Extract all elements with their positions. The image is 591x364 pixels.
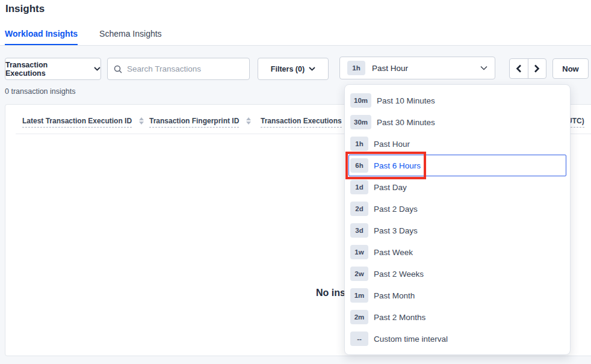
time-option[interactable]: 1w Past Week (348, 241, 566, 263)
column-header-label: Transaction Fingerprint ID (149, 117, 239, 128)
insights-count: 0 transaction insights (5, 87, 75, 96)
time-option-label: Past 2 Days (374, 205, 418, 214)
transaction-type-select-label: Transaction Executions (5, 61, 90, 78)
time-option[interactable]: 1h Past Hour (348, 133, 566, 155)
now-button-label: Now (562, 64, 578, 73)
tab-workload-insights[interactable]: Workload Insights (5, 29, 78, 45)
chevron-left-icon (516, 64, 522, 73)
time-option-badge: 2m (350, 310, 368, 324)
time-option[interactable]: 1d Past Day (348, 176, 566, 198)
filters-button[interactable]: Filters (0) (258, 58, 329, 80)
time-option-label: Past Month (374, 291, 415, 300)
time-option-badge: 2w (350, 267, 368, 281)
sort-icon[interactable] (139, 117, 144, 125)
time-option-badge: 1d (350, 180, 368, 194)
tab-bar: Workload Insights Schema Insights (5, 29, 162, 45)
time-option-label: Past Hour (374, 140, 410, 149)
time-option-badge: 10m (350, 93, 371, 108)
time-option-label: Past 30 Minutes (377, 118, 435, 127)
page-header: Insights Workload Insights Schema Insigh… (0, 0, 591, 46)
time-option-label: Past Week (374, 248, 413, 257)
time-option[interactable]: 3d Past 3 Days (348, 220, 566, 241)
search-icon (114, 65, 122, 73)
time-range-select[interactable]: 1h Past Hour (339, 57, 495, 79)
transaction-type-select[interactable]: Transaction Executions (5, 58, 101, 80)
page-title: Insights (5, 3, 45, 15)
column-header-label: Transaction Executions (261, 117, 342, 128)
time-option-badge: 2d (350, 202, 368, 216)
time-option-label: Past 2 Months (374, 313, 425, 322)
time-option-badge: 30m (350, 115, 371, 129)
column-header-latest-transaction-execution-id[interactable]: Latest Transaction Execution ID (22, 117, 144, 128)
time-option[interactable]: 2w Past 2 Weeks (348, 263, 566, 285)
time-range-label: Past Hour (372, 64, 408, 73)
column-header-label: Latest Transaction Execution ID (22, 117, 132, 128)
column-header-transaction-fingerprint-id[interactable]: Transaction Fingerprint ID (149, 117, 251, 128)
time-option[interactable]: 1m Past Month (348, 285, 566, 306)
time-range-badge: 1h (347, 61, 365, 75)
time-option-label: Past Day (374, 183, 407, 192)
chevron-down-icon (480, 66, 487, 70)
time-option[interactable]: 30m Past 30 Minutes (348, 111, 566, 133)
time-option[interactable]: 10m Past 10 Minutes (348, 90, 566, 111)
time-option-badge: 3d (350, 223, 368, 238)
time-option-badge: 1w (350, 245, 368, 259)
time-option-badge: 1h (350, 137, 368, 151)
time-option-badge: 1m (350, 288, 368, 303)
time-option[interactable]: -- Custom time interval (348, 328, 566, 350)
time-option-badge: -- (350, 332, 368, 346)
time-option[interactable]: 2d Past 2 Days (348, 198, 566, 220)
time-nav-group (509, 58, 546, 79)
time-option-badge: 6h (350, 158, 368, 173)
time-range-dropdown: 10m Past 10 Minutes 30m Past 30 Minutes … (344, 84, 571, 355)
chevron-right-icon (534, 64, 540, 73)
chevron-down-icon (94, 67, 101, 71)
sort-icon[interactable] (246, 117, 251, 125)
time-option-label: Custom time interval (374, 335, 448, 344)
column-header-transaction-executions[interactable]: Transaction Executions (261, 117, 342, 128)
time-option-label: Past 10 Minutes (377, 96, 435, 105)
time-option[interactable]: 2m Past 2 Months (348, 306, 566, 328)
time-option-label: Past 3 Days (374, 226, 418, 235)
next-time-button[interactable] (528, 59, 546, 78)
time-option-label: Past 2 Weeks (374, 270, 424, 279)
now-button[interactable]: Now (552, 58, 589, 79)
search-input[interactable] (127, 64, 243, 73)
tab-schema-insights[interactable]: Schema Insights (99, 29, 162, 45)
time-option[interactable]: 6h Past 6 Hours (348, 155, 566, 176)
previous-time-button[interactable] (510, 59, 528, 78)
chevron-down-icon (309, 67, 315, 71)
search-box[interactable] (107, 58, 250, 80)
filters-button-label: Filters (0) (271, 65, 305, 73)
time-option-label: Past 6 Hours (374, 161, 421, 170)
